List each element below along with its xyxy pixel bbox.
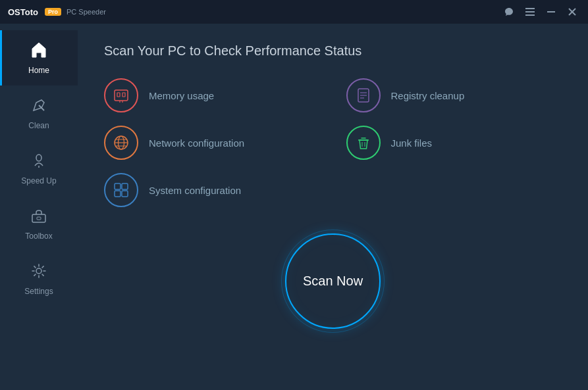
clean-icon [30, 96, 48, 117]
feature-junk: Junk files [346, 126, 562, 160]
settings-icon [30, 262, 48, 283]
svg-rect-10 [37, 217, 41, 220]
close-button[interactable] [564, 4, 580, 20]
feature-system: System configuration [104, 173, 320, 207]
chat-button[interactable] [501, 4, 517, 20]
list-button[interactable] [522, 4, 538, 20]
svg-line-6 [39, 105, 44, 110]
sidebar: Home Clean Speed Up [0, 24, 78, 390]
speedup-icon [30, 151, 48, 172]
svg-rect-0 [525, 8, 535, 9]
sidebar-item-toolbox[interactable]: Toolbox [0, 196, 78, 251]
sidebar-home-label: Home [28, 66, 49, 75]
svg-rect-14 [122, 93, 125, 97]
registry-label: Registry cleanup [391, 90, 465, 101]
sidebar-item-home[interactable]: Home [0, 30, 78, 85]
titlebar: OSToto Pro PC Speeder [0, 0, 588, 24]
junk-label: Junk files [391, 137, 433, 149]
svg-rect-32 [122, 191, 128, 197]
feature-grid: Memory usage Registry cleanup [104, 78, 562, 207]
sidebar-item-settings[interactable]: Settings [0, 251, 78, 306]
sidebar-item-clean[interactable]: Clean [0, 85, 78, 141]
memory-icon [104, 78, 138, 112]
feature-registry: Registry cleanup [346, 78, 562, 112]
system-label: System configuration [149, 185, 241, 196]
svg-point-7 [36, 155, 41, 161]
feature-network: Network configuration [104, 126, 320, 160]
sidebar-clean-label: Clean [28, 121, 49, 130]
svg-rect-12 [115, 90, 128, 101]
sidebar-item-speedup[interactable]: Speed Up [0, 141, 78, 196]
svg-rect-9 [32, 214, 45, 222]
app-subtitle: PC Speeder [67, 8, 106, 16]
network-icon [104, 126, 138, 160]
sidebar-speedup-label: Speed Up [21, 176, 56, 185]
scan-container: Scan Now [104, 233, 562, 329]
svg-rect-29 [115, 183, 120, 189]
app-name: OSToto [8, 7, 38, 17]
memory-label: Memory usage [149, 90, 214, 101]
svg-rect-13 [117, 93, 120, 97]
svg-rect-30 [122, 183, 128, 189]
registry-icon [346, 78, 381, 112]
svg-rect-3 [547, 11, 555, 12]
pro-badge: Pro [45, 8, 61, 16]
junk-icon [346, 126, 381, 160]
system-icon [104, 173, 138, 207]
svg-rect-1 [525, 11, 535, 12]
sidebar-settings-label: Settings [24, 287, 53, 296]
main-content: Scan Your PC to Check Performance Status… [78, 24, 588, 390]
sidebar-toolbox-label: Toolbox [25, 232, 52, 241]
svg-point-11 [36, 268, 41, 274]
window-controls [501, 4, 580, 20]
network-label: Network configuration [149, 137, 244, 149]
scan-now-button[interactable]: Scan Now [285, 233, 381, 329]
page-title: Scan Your PC to Check Performance Status [104, 43, 562, 59]
toolbox-icon [30, 207, 48, 228]
app-container: Home Clean Speed Up [0, 24, 588, 390]
svg-rect-31 [115, 191, 120, 197]
feature-memory: Memory usage [104, 78, 320, 112]
app-logo: OSToto Pro [8, 7, 61, 17]
minimize-button[interactable] [543, 4, 559, 20]
svg-rect-2 [525, 14, 535, 16]
home-icon [30, 41, 48, 62]
